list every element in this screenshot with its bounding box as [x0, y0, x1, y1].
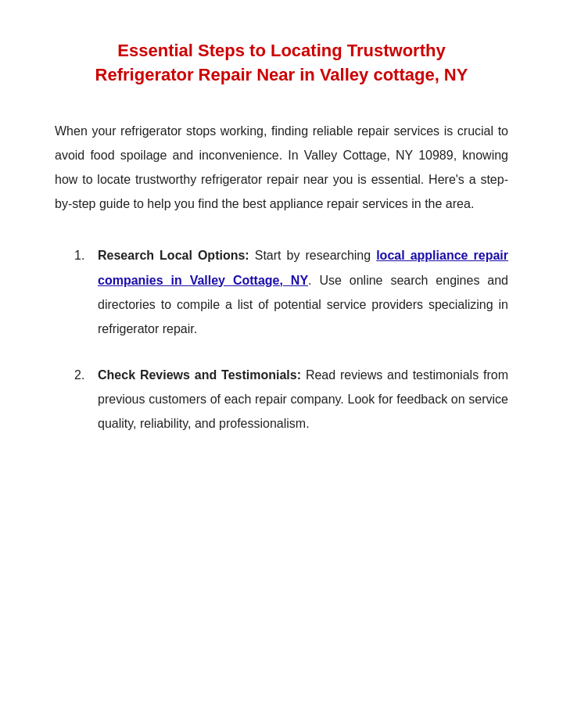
intro-paragraph: When your refrigerator stops working, fi… [55, 119, 508, 217]
list-item-1: 1. Research Local Options: Start by rese… [78, 243, 508, 341]
list-label-2: Check Reviews and Testimonials: [98, 368, 301, 382]
list-text-before-link-1: Start by researching [249, 249, 376, 262]
list-label-1: Research Local Options: [98, 249, 249, 262]
list-content-1: Research Local Options: Start by researc… [98, 243, 508, 341]
numbered-list: 1. Research Local Options: Start by rese… [55, 243, 508, 436]
list-content-2: Check Reviews and Testimonials: Read rev… [98, 363, 508, 436]
page-container: Essential Steps to Locating Trustworthy … [0, 0, 563, 728]
article-title: Essential Steps to Locating Trustworthy … [55, 39, 508, 88]
title-line2: Refrigerator Repair Near in Valley cotta… [95, 65, 468, 84]
list-number-1: 1. [74, 243, 84, 267]
title-line1: Essential Steps to Locating Trustworthy [117, 41, 445, 60]
list-item-2: 2. Check Reviews and Testimonials: Read … [78, 363, 508, 436]
list-number-2: 2. [74, 363, 84, 387]
